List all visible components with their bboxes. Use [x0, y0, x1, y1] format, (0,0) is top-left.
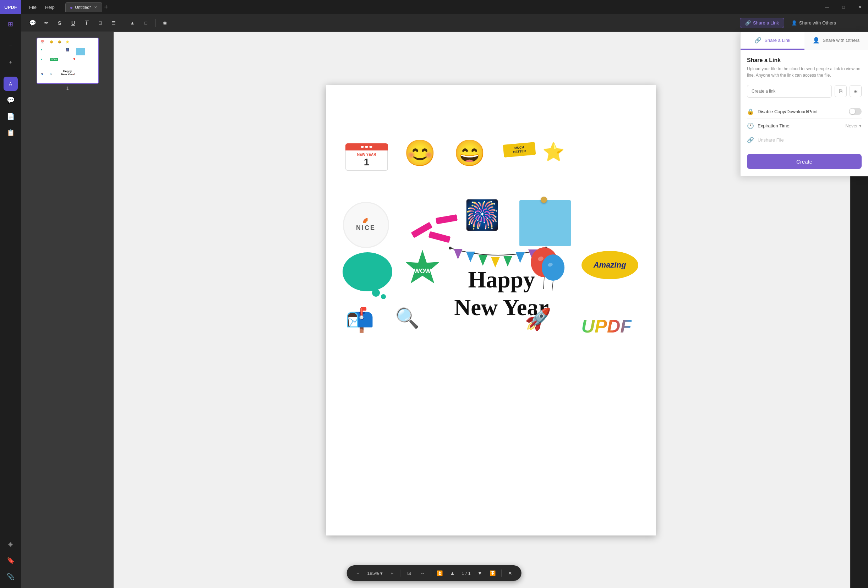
smiley-sticker[interactable]: 😊	[404, 138, 436, 168]
window-controls: — □ ✕	[819, 0, 868, 14]
fireworks-sticker[interactable]: 🎆	[464, 198, 500, 232]
unshare-label: Unshare File	[757, 137, 784, 143]
highlighter-sticker[interactable]: MUCHBETTER	[503, 142, 536, 158]
sidebar-thumbnail-btn[interactable]: ⊞	[4, 17, 18, 31]
share-link-input[interactable]	[747, 85, 832, 97]
share-others-tab-icon: 👤	[813, 37, 820, 44]
thumbnail-panel: 📅 😊 😄 ⭐ ● — 🎆 ● WOW HappyNew Year 🎈 📬 🔍 …	[21, 32, 114, 588]
fit-page-btn[interactable]: ⊡	[404, 567, 415, 579]
minimize-btn[interactable]: —	[819, 0, 836, 14]
rect-tool-btn[interactable]: □	[140, 18, 152, 29]
next-page-btn[interactable]: ▼	[474, 567, 486, 579]
close-toolbar-btn[interactable]: ✕	[505, 567, 516, 579]
qr-code-btn[interactable]: ⊞	[850, 85, 862, 97]
toolbar: 💬 ✒ S U T ⊡ ☰ ▲ □ ◉ 🔗 Share a Link 👤 Sha…	[21, 14, 868, 32]
balloon-svg	[530, 246, 565, 292]
svg-marker-1	[466, 252, 475, 262]
zoom-in-btn[interactable]: +	[386, 567, 398, 579]
text-tool-btn[interactable]: T	[81, 18, 92, 29]
calendar-sticker[interactable]: ⬬ ⬬ ⬬ NEW YEAR 1	[345, 143, 388, 175]
maximize-btn[interactable]: □	[836, 0, 852, 14]
expiry-value-text: Never	[845, 123, 858, 128]
sidebar-bookmark-btn[interactable]: 🔖	[4, 553, 18, 567]
disable-toggle[interactable]	[849, 108, 862, 115]
nice-label-container: 🌈 NICE	[356, 218, 376, 232]
rainbow-nice-sticker[interactable]: 🌈 NICE	[343, 202, 389, 248]
zoom-dropdown-icon: ▾	[380, 570, 383, 576]
svg-text:WOW: WOW	[414, 268, 431, 275]
tab-bar: ● Untitled* ✕ +	[62, 0, 819, 14]
tab-title: Untitled*	[75, 5, 91, 10]
new-tab-btn[interactable]: +	[104, 4, 108, 11]
unshare-row: 🔗 Unshare File	[747, 133, 862, 147]
share-link-tab-icon: 🔗	[754, 37, 762, 44]
wink-sticker[interactable]: 😄	[454, 138, 486, 168]
share-panel-title: Share a Link	[747, 57, 862, 63]
svg-point-7	[449, 247, 452, 249]
comment-tool-btn[interactable]: 💬	[27, 18, 38, 29]
sidebar-attachment-btn[interactable]: 📎	[4, 570, 18, 584]
fit-width-btn[interactable]: ↔	[416, 567, 428, 579]
zoom-level-selector[interactable]: 185% ▾	[365, 570, 385, 576]
thought-dot-2	[381, 294, 386, 299]
highlight-tool-btn[interactable]: ▲	[127, 18, 138, 29]
bottom-toolbar: − 185% ▾ + ⊡ ↔ ⏫ ▲ 1 / 1 ▼ ⏬ ✕	[347, 565, 521, 581]
wow-sticker[interactable]: WOW	[397, 246, 448, 290]
text-box-tool-btn[interactable]: ⊡	[94, 18, 106, 29]
share-link-tab-label: Share a Link	[764, 38, 790, 43]
underline-tool-btn[interactable]: U	[68, 18, 79, 29]
chevron-down-icon: ▾	[859, 123, 862, 128]
svg-marker-2	[478, 255, 487, 266]
sidebar-zoom-in-btn[interactable]: +	[4, 55, 18, 69]
tab-close-btn[interactable]: ✕	[93, 4, 97, 10]
magnifier-character[interactable]: 🔍	[395, 307, 420, 330]
share-link-row: ⎘ ⊞	[747, 85, 862, 97]
share-panel-tabs: 🔗 Share a Link 👤 Share with Others	[741, 32, 868, 50]
strikethrough-tool-btn[interactable]: S	[54, 18, 65, 29]
titlebar: UPDF File Help ● Untitled* ✕ + — □ ✕	[0, 0, 868, 14]
sidebar-zoom-out-btn[interactable]: −	[4, 39, 18, 53]
zoom-level-text: 185%	[367, 570, 379, 576]
sidebar-edit-btn[interactable]: A	[4, 77, 18, 91]
rocket-character[interactable]: 🚀	[525, 307, 551, 332]
prev-page-btn[interactable]: ▲	[447, 567, 458, 579]
share-link-btn[interactable]: 🔗 Share a Link	[740, 18, 784, 28]
sidebar-div-2	[5, 73, 16, 73]
zoom-out-btn[interactable]: −	[352, 567, 363, 579]
first-page-btn[interactable]: ⏫	[434, 567, 445, 579]
sticky-note-sticker[interactable]	[520, 200, 571, 246]
star-sticker[interactable]: ⭐	[542, 141, 564, 162]
create-link-btn[interactable]: Create	[747, 154, 862, 169]
pen-tool-btn[interactable]: ✒	[40, 18, 52, 29]
red-balloon-sticker[interactable]	[530, 246, 565, 294]
current-tab[interactable]: ● Untitled* ✕	[65, 2, 102, 12]
tab-indicator: ●	[70, 4, 73, 10]
nice-text: NICE	[356, 224, 376, 232]
sidebar-comment-btn[interactable]: 💬	[4, 93, 18, 107]
menu-help[interactable]: Help	[41, 3, 58, 11]
cal-date: 1	[348, 156, 385, 168]
page-thumbnail-1[interactable]: 📅 😊 😄 ⭐ ● — 🎆 ● WOW HappyNew Year 🎈 📬 🔍 …	[27, 38, 108, 91]
amazing-sticker[interactable]: Amazing	[582, 251, 638, 279]
sidebar-form-btn[interactable]: 📋	[4, 125, 18, 140]
share-others-btn[interactable]: 👤 Share with Others	[786, 18, 841, 28]
last-page-btn[interactable]: ⏬	[487, 567, 499, 579]
unshare-icon: 🔗	[747, 137, 754, 143]
thought-bubble-sticker[interactable]	[342, 252, 392, 291]
share-others-tab[interactable]: 👤 Share with Others	[805, 32, 868, 50]
copy-link-btn[interactable]: ⎘	[835, 85, 847, 97]
toolbar-sep-1	[123, 19, 123, 27]
sidebar-layers-btn[interactable]: ◈	[4, 537, 18, 551]
mailbox-character[interactable]: 📬	[345, 307, 374, 333]
updf-logo: UPDF	[582, 315, 632, 337]
menu-file[interactable]: File	[25, 3, 40, 11]
disable-option-row: 🔒 Disable Copy/Download/Print	[747, 104, 862, 118]
close-btn[interactable]: ✕	[852, 0, 868, 14]
color-tool-btn[interactable]: ◉	[159, 18, 170, 29]
sidebar-pages-btn[interactable]: 📄	[4, 109, 18, 124]
expiry-selector[interactable]: Never ▾	[845, 123, 862, 128]
share-link-tab[interactable]: 🔗 Share a Link	[741, 32, 805, 50]
mini-page: 📅 😊 😄 ⭐ ● — 🎆 ● WOW HappyNew Year 🎈 📬 🔍 …	[37, 38, 98, 83]
align-tool-btn[interactable]: ☰	[108, 18, 119, 29]
clock-icon: 🕐	[747, 122, 754, 129]
